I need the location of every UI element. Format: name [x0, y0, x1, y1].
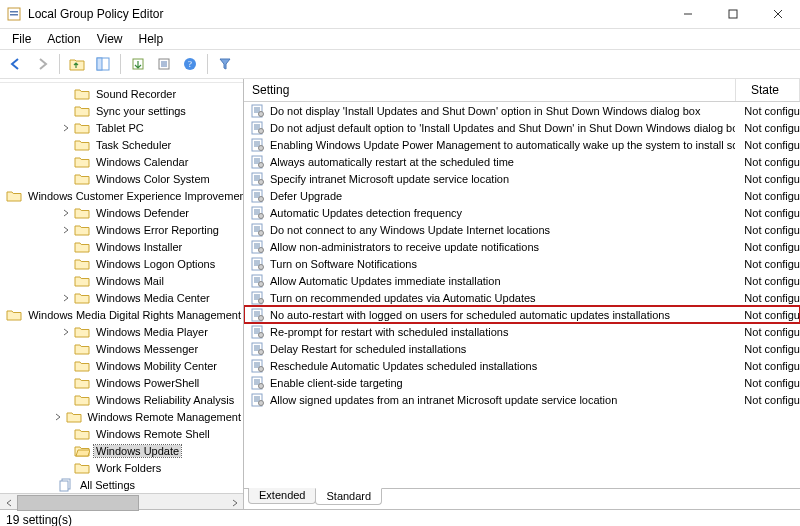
column-header-state[interactable]: State [736, 79, 800, 101]
tree-horizontal-scrollbar[interactable] [0, 493, 243, 509]
tree-item[interactable]: Windows Error Reporting [0, 221, 243, 238]
tree-item[interactable]: Windows Remote Shell [0, 425, 243, 442]
tree-item[interactable]: Windows Media Center [0, 289, 243, 306]
folder-icon [74, 172, 90, 186]
list-item-state: Not configu [735, 105, 800, 117]
maximize-button[interactable] [710, 0, 755, 28]
chevron-right-icon[interactable] [60, 207, 72, 219]
tree-item[interactable]: Windows Media Digital Rights Management [0, 306, 243, 323]
list-row[interactable]: Automatic Updates detection frequencyNot… [244, 204, 800, 221]
tree-item[interactable]: Windows Defender [0, 204, 243, 221]
tree[interactable]: Sound RecorderSync your settingsTablet P… [0, 83, 243, 493]
list-item-state: Not configu [735, 309, 800, 321]
settings-list[interactable]: Do not display 'Install Updates and Shut… [244, 102, 800, 488]
close-button[interactable] [755, 0, 800, 28]
menu-action[interactable]: Action [39, 30, 88, 48]
back-button[interactable] [4, 52, 28, 76]
chevron-none-icon [60, 428, 72, 440]
up-button[interactable] [65, 52, 89, 76]
list-item-text: Re-prompt for restart with scheduled ins… [270, 326, 735, 338]
list-item-text: Reschedule Automatic Updates scheduled i… [270, 360, 735, 372]
list-row[interactable]: Specify intranet Microsoft update servic… [244, 170, 800, 187]
list-item-state: Not configu [735, 190, 800, 202]
chevron-none-icon [60, 139, 72, 151]
refresh-button[interactable] [152, 52, 176, 76]
folder-icon [74, 376, 90, 390]
list-row[interactable]: No auto-restart with logged on users for… [244, 306, 800, 323]
menu-file[interactable]: File [4, 30, 39, 48]
export-list-button[interactable] [126, 52, 150, 76]
filter-button[interactable] [213, 52, 237, 76]
list-row[interactable]: Do not display 'Install Updates and Shut… [244, 102, 800, 119]
forward-button[interactable] [30, 52, 54, 76]
list-item-text: No auto-restart with logged on users for… [270, 309, 735, 321]
toolbar: ? [0, 49, 800, 79]
list-row[interactable]: Re-prompt for restart with scheduled ins… [244, 323, 800, 340]
tree-item[interactable]: Windows Mobility Center [0, 357, 243, 374]
tree-item[interactable]: Windows Logon Options [0, 255, 243, 272]
scroll-left-icon[interactable] [0, 494, 17, 511]
list-row[interactable]: Reschedule Automatic Updates scheduled i… [244, 357, 800, 374]
policy-icon [250, 342, 266, 356]
tree-item[interactable]: Windows Color System [0, 170, 243, 187]
tree-item[interactable]: Windows Installer [0, 238, 243, 255]
svg-point-82 [259, 298, 264, 303]
tree-item[interactable]: Sync your settings [0, 102, 243, 119]
tree-item[interactable]: Task Scheduler [0, 136, 243, 153]
folder-icon [74, 325, 90, 339]
tab-extended[interactable]: Extended [248, 488, 316, 504]
list-row[interactable]: Enable client-side targetingNot configu [244, 374, 800, 391]
tree-item[interactable]: Windows Calendar [0, 153, 243, 170]
chevron-none-icon [60, 156, 72, 168]
list-row[interactable]: Allow Automatic Updates immediate instal… [244, 272, 800, 289]
list-row[interactable]: Allow non-administrators to receive upda… [244, 238, 800, 255]
tab-standard[interactable]: Standard [315, 488, 382, 505]
help-button[interactable]: ? [178, 52, 202, 76]
tree-item[interactable]: All Settings [0, 476, 243, 493]
tree-item[interactable]: Windows PowerShell [0, 374, 243, 391]
policy-icon [250, 104, 266, 118]
tree-item[interactable]: Tablet PC [0, 119, 243, 136]
chevron-right-icon[interactable] [53, 411, 64, 423]
tree-item-label: Windows Reliability Analysis [94, 394, 236, 406]
chevron-none-icon [60, 105, 72, 117]
list-row[interactable]: Do not connect to any Windows Update Int… [244, 221, 800, 238]
tree-item[interactable]: Windows Reliability Analysis [0, 391, 243, 408]
show-hide-tree-button[interactable] [91, 52, 115, 76]
list-row[interactable]: Allow signed updates from an intranet Mi… [244, 391, 800, 408]
tree-item[interactable]: Windows Customer Experience Improvement … [0, 187, 243, 204]
tree-item[interactable]: Windows Mail [0, 272, 243, 289]
list-row[interactable]: Turn on recommended updates via Automati… [244, 289, 800, 306]
tree-item[interactable]: Sound Recorder [0, 85, 243, 102]
scroll-thumb[interactable] [17, 495, 139, 511]
tree-item-label: All Settings [78, 479, 137, 491]
chevron-right-icon[interactable] [60, 122, 72, 134]
list-row[interactable]: Do not adjust default option to 'Install… [244, 119, 800, 136]
menu-view[interactable]: View [89, 30, 131, 48]
tree-item[interactable]: Work Folders [0, 459, 243, 476]
tree-item[interactable]: Windows Messenger [0, 340, 243, 357]
list-row[interactable]: Defer UpgradeNot configu [244, 187, 800, 204]
tree-item[interactable]: Windows Media Player [0, 323, 243, 340]
menu-help[interactable]: Help [131, 30, 172, 48]
tree-item[interactable]: Windows Update [0, 442, 243, 459]
list-row[interactable]: Always automatically restart at the sche… [244, 153, 800, 170]
minimize-button[interactable] [665, 0, 710, 28]
list-row[interactable]: Delay Restart for scheduled installation… [244, 340, 800, 357]
folder-icon [74, 138, 90, 152]
list-row[interactable]: Enabling Windows Update Power Management… [244, 136, 800, 153]
svg-point-97 [259, 349, 264, 354]
scroll-right-icon[interactable] [226, 494, 243, 511]
svg-point-112 [259, 400, 264, 405]
svg-point-87 [259, 315, 264, 320]
chevron-right-icon[interactable] [60, 292, 72, 304]
list-item-text: Specify intranet Microsoft update servic… [270, 173, 735, 185]
policy-icon [250, 359, 266, 373]
svg-point-37 [259, 145, 264, 150]
column-header-setting[interactable]: Setting [244, 79, 736, 101]
chevron-right-icon[interactable] [60, 224, 72, 236]
list-row[interactable]: Turn on Software NotificationsNot config… [244, 255, 800, 272]
main-area: Sound RecorderSync your settingsTablet P… [0, 79, 800, 509]
chevron-right-icon[interactable] [60, 326, 72, 338]
tree-item[interactable]: Windows Remote Management [0, 408, 243, 425]
